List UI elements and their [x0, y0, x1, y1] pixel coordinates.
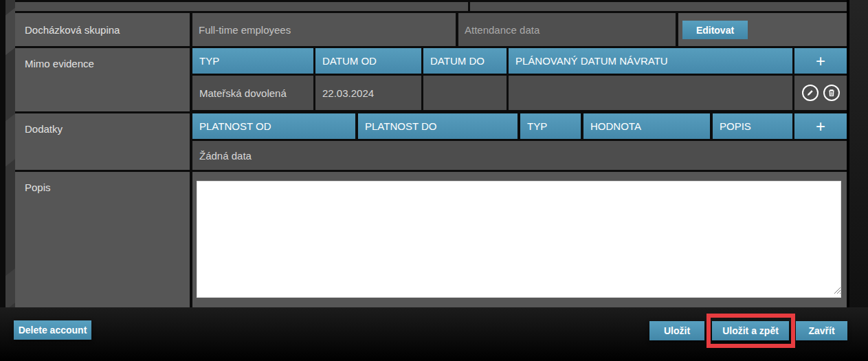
- attendance-group-label: Docházková skupina: [15, 13, 190, 46]
- attendance-group-field[interactable]: Full-time employees: [192, 13, 456, 46]
- dodatky-add-button[interactable]: +: [794, 113, 847, 139]
- mimo-row-planovany-navrat: [509, 76, 792, 110]
- mimo-header-planovany-navrat: PLÁNOVANÝ DATUM NÁVRATU: [509, 48, 792, 74]
- header-text: PLATNOST DO: [365, 120, 436, 132]
- save-button[interactable]: Uložit: [649, 321, 704, 340]
- edit-row-icon[interactable]: [801, 84, 819, 102]
- plus-icon: +: [816, 52, 825, 71]
- dodatky-empty-row: Žádná data: [192, 141, 847, 170]
- decoration-stripe: [5, 109, 15, 170]
- background-right-panel: [847, 0, 868, 307]
- popis-label-text: Popis: [15, 172, 190, 193]
- dodatky-label-text: Dodatky: [15, 113, 190, 135]
- mimo-header-typ: TYP: [192, 48, 313, 74]
- dodatky-header-hodnota: HODNOTA: [583, 113, 710, 139]
- dodatky-header-typ: TYP: [520, 113, 581, 139]
- popis-field-cell: [192, 172, 847, 307]
- close-label: Zavřít: [808, 325, 834, 336]
- header-text: POPIS: [720, 120, 751, 132]
- previous-row-partial-right: [470, 2, 847, 11]
- dodatky-header-popis: POPIS: [713, 113, 792, 139]
- save-label: Uložit: [664, 325, 690, 336]
- mimo-evidence-label-text: Mimo evidence: [15, 48, 190, 69]
- dodatky-header-platnost-od: PLATNOST OD: [192, 113, 355, 139]
- attendance-data-field[interactable]: Attendance data: [458, 13, 676, 46]
- previous-row-partial-left: [15, 2, 468, 11]
- close-button[interactable]: Zavřít: [796, 321, 847, 340]
- attendance-group-value: Full-time employees: [192, 24, 291, 36]
- mimo-row-datum-od: 22.03.2024: [315, 76, 421, 110]
- delete-account-label: Delete account: [19, 325, 87, 336]
- plus-icon: +: [816, 117, 825, 136]
- header-text: DATUM DO: [430, 55, 485, 67]
- header-text: DATUM OD: [322, 55, 377, 67]
- highlight-box: [706, 314, 795, 348]
- attendance-group-label-text: Docházková skupina: [15, 24, 120, 36]
- dodatky-header-platnost-do: PLATNOST DO: [358, 113, 518, 139]
- delete-row-icon[interactable]: [823, 84, 841, 102]
- header-text: PLATNOST OD: [199, 120, 271, 132]
- mimo-row-datum-do: [423, 76, 507, 110]
- popis-textarea[interactable]: [197, 181, 841, 298]
- edit-attendance-button[interactable]: Editovat: [682, 21, 748, 39]
- mimo-add-button[interactable]: +: [794, 48, 847, 74]
- decoration-stripe: [5, 3, 15, 58]
- mimo-row-typ: Mateřská dovolená: [192, 76, 313, 110]
- decoration-stripe: [5, 264, 15, 307]
- left-edge-decoration: [5, 0, 15, 307]
- mimo-header-datum-od: DATUM OD: [315, 48, 421, 74]
- header-text: HODNOTA: [590, 120, 641, 132]
- edit-attendance-button-label: Editovat: [696, 25, 734, 36]
- attendance-group-actions-cell: Editovat: [678, 13, 847, 46]
- mimo-header-datum-do: DATUM DO: [423, 48, 507, 74]
- header-text: TYP: [527, 120, 547, 132]
- delete-account-button[interactable]: Delete account: [14, 320, 91, 340]
- header-text: TYP: [199, 55, 219, 67]
- empty-text: Žádná data: [199, 150, 252, 162]
- dodatky-label: Dodatky: [15, 113, 190, 170]
- cell-text: 22.03.2024: [322, 87, 374, 99]
- header-text: PLÁNOVANÝ DATUM NÁVRATU: [515, 55, 668, 67]
- popis-label: Popis: [15, 172, 190, 307]
- attendance-data-value: Attendance data: [458, 24, 539, 36]
- mimo-evidence-label: Mimo evidence: [15, 48, 190, 111]
- mimo-row-actions: [794, 76, 847, 110]
- employee-detail-form: Docházková skupina Full-time employees A…: [0, 0, 868, 361]
- cell-text: Mateřská dovolená: [199, 87, 287, 99]
